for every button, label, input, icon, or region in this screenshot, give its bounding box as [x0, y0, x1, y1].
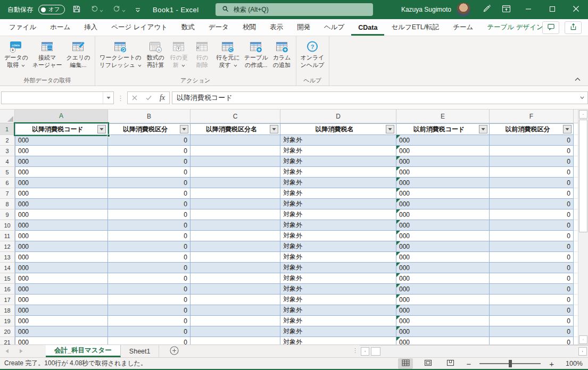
formula-bar-expand-button[interactable]: [576, 91, 588, 104]
grid-cell[interactable]: 0: [490, 326, 574, 337]
zoom-in-button[interactable]: +: [548, 359, 555, 368]
grid-cell[interactable]: 000: [396, 337, 490, 344]
grid-cell[interactable]: 0: [490, 188, 574, 199]
grid-cell[interactable]: 0: [490, 263, 574, 273]
refresh-worksheet-button[interactable]: ワークシートのリフレッシュ: [97, 37, 144, 77]
grid-cell[interactable]: 0: [108, 273, 191, 284]
grid-cell[interactable]: 000: [15, 252, 108, 263]
grid-cell[interactable]: 0: [108, 135, 191, 146]
grid-cell[interactable]: 000: [396, 241, 490, 252]
name-box[interactable]: [1, 91, 114, 104]
grid-cell[interactable]: [191, 156, 280, 167]
grid-cell[interactable]: 0: [490, 316, 574, 326]
grid-cell[interactable]: 対象外: [280, 241, 396, 252]
table-header-cell[interactable]: 以降消費税区分名: [191, 123, 280, 135]
column-header-d[interactable]: D: [280, 110, 396, 123]
grid-cell[interactable]: [191, 188, 280, 199]
grid-cell[interactable]: 0: [108, 305, 191, 316]
scroll-right-button[interactable]: [578, 347, 587, 356]
collapse-ribbon-button[interactable]: [574, 73, 582, 83]
ribbon-tab[interactable]: セルフETL/転記: [384, 19, 446, 36]
grid-cell[interactable]: 0: [108, 295, 191, 305]
grid-cell[interactable]: [191, 231, 280, 241]
grid-cell[interactable]: 0: [490, 231, 574, 241]
grid-cell[interactable]: 対象外: [280, 316, 396, 326]
grid-cell[interactable]: 0: [490, 337, 574, 344]
filter-dropdown-button[interactable]: [180, 125, 188, 133]
table-header-cell[interactable]: 以降消費税コード: [15, 123, 108, 135]
sheet-tab[interactable]: 会計_科目マスター: [46, 345, 121, 357]
grid-cell[interactable]: 0: [108, 199, 191, 209]
column-header-e[interactable]: E: [396, 110, 490, 123]
grid-cell[interactable]: 000: [396, 188, 490, 199]
connection-manager-button[interactable]: 接続マネージャー: [30, 37, 64, 77]
ribbon-tab[interactable]: ファイル: [2, 19, 43, 36]
get-data-button[interactable]: cdata データの取得: [2, 37, 30, 77]
grid-cell[interactable]: 000: [15, 295, 108, 305]
grid-cell[interactable]: 0: [108, 220, 191, 231]
row-header-9[interactable]: 9: [0, 209, 15, 220]
grid-cell[interactable]: 0: [108, 316, 191, 326]
row-header-10[interactable]: 10: [0, 220, 15, 231]
next-sheet-button[interactable]: [14, 345, 28, 357]
grid-cell[interactable]: [191, 209, 280, 220]
grid-cell[interactable]: 000: [15, 284, 108, 295]
table-header-cell[interactable]: 以降消費税名: [280, 123, 396, 135]
tab-scroll-splitter[interactable]: ⋮: [352, 347, 357, 354]
grid-cell[interactable]: 000: [396, 252, 490, 263]
grid-cell[interactable]: 0: [490, 295, 574, 305]
grid-cell[interactable]: [191, 316, 280, 326]
grid-cell[interactable]: 000: [396, 220, 490, 231]
grid-cell[interactable]: 000: [15, 231, 108, 241]
grid-cell[interactable]: 0: [490, 284, 574, 295]
horizontal-scrollbar[interactable]: [360, 345, 588, 358]
scroll-down-button[interactable]: [579, 335, 587, 344]
grid-cell[interactable]: 0: [490, 305, 574, 316]
enter-button[interactable]: [142, 92, 155, 104]
grid-cell[interactable]: 0: [490, 199, 574, 209]
ribbon-tab[interactable]: ヘルプ: [317, 19, 351, 36]
grid-cell[interactable]: 0: [490, 220, 574, 231]
grid-cell[interactable]: 000: [15, 209, 108, 220]
zoom-level[interactable]: 100%: [562, 360, 583, 367]
grid-cell[interactable]: 0: [490, 178, 574, 188]
filter-dropdown-button[interactable]: [563, 125, 572, 133]
comments-button[interactable]: [542, 21, 559, 34]
ribbon-tab[interactable]: 数式: [175, 19, 202, 36]
previous-sheet-button[interactable]: [0, 345, 14, 357]
row-header-5[interactable]: 5: [0, 167, 15, 178]
row-header-7[interactable]: 7: [0, 188, 15, 199]
grid-cell[interactable]: 000: [396, 199, 490, 209]
grid-cell[interactable]: 000: [396, 305, 490, 316]
grid-cell[interactable]: 000: [15, 305, 108, 316]
quick-access-toolbar-dropdown-button[interactable]: [133, 4, 143, 16]
grid-cell[interactable]: 対象外: [280, 231, 396, 241]
grid-cell[interactable]: 0: [108, 326, 191, 337]
grid-cell[interactable]: 000: [396, 231, 490, 241]
zoom-slider-thumb[interactable]: [509, 360, 512, 367]
grid-cell[interactable]: 対象外: [280, 273, 396, 284]
table-header-cell[interactable]: 以前消費税コード: [396, 123, 490, 135]
formula-input[interactable]: 以降消費税コード: [172, 91, 576, 104]
grid-cell[interactable]: 000: [15, 167, 108, 178]
grid-cell[interactable]: 0: [490, 135, 574, 146]
grid-cell[interactable]: [191, 326, 280, 337]
grid-cell[interactable]: 対象外: [280, 326, 396, 337]
close-button[interactable]: [564, 0, 588, 19]
coming-soon-pen-button[interactable]: [477, 2, 496, 17]
page-layout-view-button[interactable]: [420, 358, 435, 369]
ribbon-tab[interactable]: データ: [202, 19, 236, 36]
share-button[interactable]: [565, 21, 582, 34]
grid-cell[interactable]: 0: [108, 252, 191, 263]
filter-dropdown-button[interactable]: [386, 125, 394, 133]
row-header-1[interactable]: 1: [0, 123, 15, 135]
grid-cell[interactable]: [191, 167, 280, 178]
search-box[interactable]: 検索 (Alt+Q): [216, 3, 373, 16]
grid-cell[interactable]: 0: [108, 241, 191, 252]
grid-cell[interactable]: 000: [396, 135, 490, 146]
grid-cell[interactable]: 対象外: [280, 178, 396, 188]
grid-cell[interactable]: 000: [15, 273, 108, 284]
grid-cell[interactable]: 0: [490, 241, 574, 252]
grid-cell[interactable]: 000: [396, 284, 490, 295]
grid-cell[interactable]: 000: [396, 263, 490, 273]
